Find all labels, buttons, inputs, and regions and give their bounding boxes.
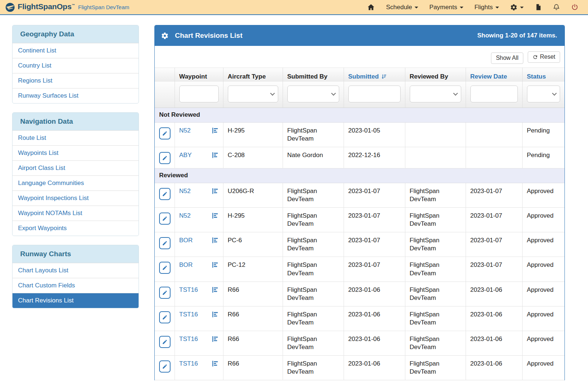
waypoint-link[interactable]: TST16 xyxy=(179,335,198,343)
filter-select-aircraft-type[interactable] xyxy=(228,86,278,102)
chart-icon[interactable] xyxy=(212,188,219,195)
cell-waypoint: TST16 xyxy=(175,282,223,306)
sidebar-item-airport-class-list[interactable]: Airport Class List xyxy=(12,160,139,175)
pencil-icon xyxy=(162,364,168,369)
chart-icon[interactable] xyxy=(212,127,219,134)
filter-input-review-date[interactable] xyxy=(470,86,518,102)
nav-menu-payments-label: Payments xyxy=(429,4,457,11)
sidebar-item-continent-list[interactable]: Continent List xyxy=(12,43,139,58)
sidebar-item-country-list[interactable]: Country List xyxy=(12,58,139,73)
filter-input-waypoint[interactable] xyxy=(179,86,219,102)
col-header-status[interactable]: Status xyxy=(522,68,564,82)
nav-menu-payments[interactable]: Payments xyxy=(429,4,463,11)
nav-menu-flights-label: Flights xyxy=(474,4,493,11)
reset-button[interactable]: Reset xyxy=(528,51,560,63)
sidebar-item-runway-surfaces-list[interactable]: Runway Surfaces List xyxy=(12,88,139,103)
chart-revisions-table: WaypointAircraft TypeSubmitted BySubmitt… xyxy=(155,68,565,381)
edit-button[interactable] xyxy=(159,152,171,164)
page-content: Geography DataContinent ListCountry List… xyxy=(0,15,588,380)
filter-select-reviewed-by[interactable] xyxy=(410,86,461,102)
notifications-button[interactable] xyxy=(553,3,560,11)
cell-submitted-by: FlightSpan DevTeam xyxy=(283,331,344,356)
show-all-button[interactable]: Show All xyxy=(491,52,523,64)
waypoint-link[interactable]: BOR xyxy=(179,261,193,269)
home-button[interactable] xyxy=(367,3,375,11)
documents-button[interactable] xyxy=(535,3,542,11)
chart-icon[interactable] xyxy=(212,237,219,244)
chart-icon[interactable] xyxy=(212,152,219,159)
panel-settings-button[interactable] xyxy=(161,32,169,40)
nav-menu-schedule[interactable]: Schedule xyxy=(386,4,418,11)
cell-status: Approved xyxy=(522,331,564,356)
chart-icon[interactable] xyxy=(212,261,219,268)
panel-title: Navigation Data xyxy=(12,113,139,130)
sidebar-item-route-list[interactable]: Route List xyxy=(12,130,139,145)
edit-button[interactable] xyxy=(159,360,171,373)
filter-cell-status xyxy=(522,82,564,108)
edit-button[interactable] xyxy=(159,127,171,139)
chevron-down-icon xyxy=(495,7,499,8)
col-header-label: Submitted By xyxy=(287,73,328,80)
waypoint-link[interactable]: N52 xyxy=(179,127,191,135)
group-label: Reviewed xyxy=(155,168,564,183)
sidebar-item-regions-list[interactable]: Regions List xyxy=(12,73,139,88)
waypoint-link[interactable]: N52 xyxy=(179,212,191,220)
waypoint-link[interactable]: ABY xyxy=(179,151,192,159)
cell-submitted-by: FlightSpan DevTeam xyxy=(283,306,344,331)
edit-button[interactable] xyxy=(159,287,171,299)
chart-icon[interactable] xyxy=(212,286,219,293)
cell-waypoint: N52 xyxy=(175,208,223,232)
col-header-review-date[interactable]: Review Date xyxy=(466,68,522,82)
sidebar-panel-geography-data: Geography DataContinent ListCountry List… xyxy=(12,25,139,104)
edit-button[interactable] xyxy=(159,213,171,225)
waypoint-link[interactable]: N52 xyxy=(179,187,191,195)
sidebar-item-chart-custom-fields[interactable]: Chart Custom Fields xyxy=(12,278,139,293)
sidebar-item-waypoint-inspections-list[interactable]: Waypoint Inspections List xyxy=(12,190,139,206)
cell-edit xyxy=(155,356,175,380)
nav-menu-schedule-label: Schedule xyxy=(386,4,412,11)
sidebar-item-waypoint-notams-list[interactable]: Waypoint NOTAMs List xyxy=(12,206,139,221)
cell-aircraft-type: H-295 xyxy=(223,208,283,232)
chart-icon[interactable] xyxy=(212,335,219,342)
cell-waypoint: BOR xyxy=(175,232,223,257)
edit-button[interactable] xyxy=(159,336,171,348)
cell-submitted: 2023-01-07 xyxy=(344,183,405,207)
waypoint-link[interactable]: TST16 xyxy=(179,286,198,294)
filter-input-submitted[interactable] xyxy=(348,86,401,102)
cell-review-date: 2023-01-06 xyxy=(466,282,522,306)
col-header-submitted[interactable]: Submitted xyxy=(344,68,405,82)
panel-title: Geography Data xyxy=(12,25,139,43)
top-navbar: FlightSpanOps™ FlightSpan DevTeam Schedu… xyxy=(0,0,588,15)
brand[interactable]: FlightSpanOps™ FlightSpan DevTeam xyxy=(5,2,129,12)
waypoint-link[interactable]: TST16 xyxy=(179,360,198,368)
edit-button[interactable] xyxy=(159,237,171,249)
chevron-down-icon xyxy=(520,7,524,8)
edit-button[interactable] xyxy=(159,262,171,274)
pencil-icon xyxy=(162,265,168,271)
sidebar-item-chart-layouts-list[interactable]: Chart Layouts List xyxy=(12,263,139,278)
bar-chart-icon xyxy=(212,152,219,159)
nav-menu-flights[interactable]: Flights xyxy=(474,4,499,11)
edit-button[interactable] xyxy=(159,188,171,200)
sidebar-item-chart-revisions-list[interactable]: Chart Revisions List xyxy=(12,293,139,308)
page-title: Chart Revisions List xyxy=(175,32,243,40)
settings-menu[interactable] xyxy=(510,4,524,11)
chart-icon[interactable] xyxy=(212,311,219,318)
filter-select-submitted-by[interactable] xyxy=(287,86,339,102)
sidebar-item-language-communities[interactable]: Language Communities xyxy=(12,175,139,190)
bar-chart-icon xyxy=(212,311,219,318)
chart-icon[interactable] xyxy=(212,212,219,219)
logout-button[interactable] xyxy=(571,3,578,11)
chevron-down-icon xyxy=(415,7,418,8)
pencil-icon xyxy=(162,290,168,295)
filter-select-status[interactable] xyxy=(527,86,560,102)
sidebar-item-export-waypoints[interactable]: Export Waypoints xyxy=(12,221,139,236)
edit-button[interactable] xyxy=(159,311,171,323)
chart-icon[interactable] xyxy=(212,360,219,367)
waypoint-link[interactable]: TST16 xyxy=(179,311,198,319)
main-area: Chart Revisions List Showing 1-20 of 147… xyxy=(154,25,565,380)
cell-submitted-by: Nate Gordon xyxy=(283,147,344,168)
sidebar-item-waypoints-list[interactable]: Waypoints List xyxy=(12,145,139,160)
cell-waypoint: TST16 xyxy=(175,356,223,380)
waypoint-link[interactable]: BOR xyxy=(179,236,193,244)
